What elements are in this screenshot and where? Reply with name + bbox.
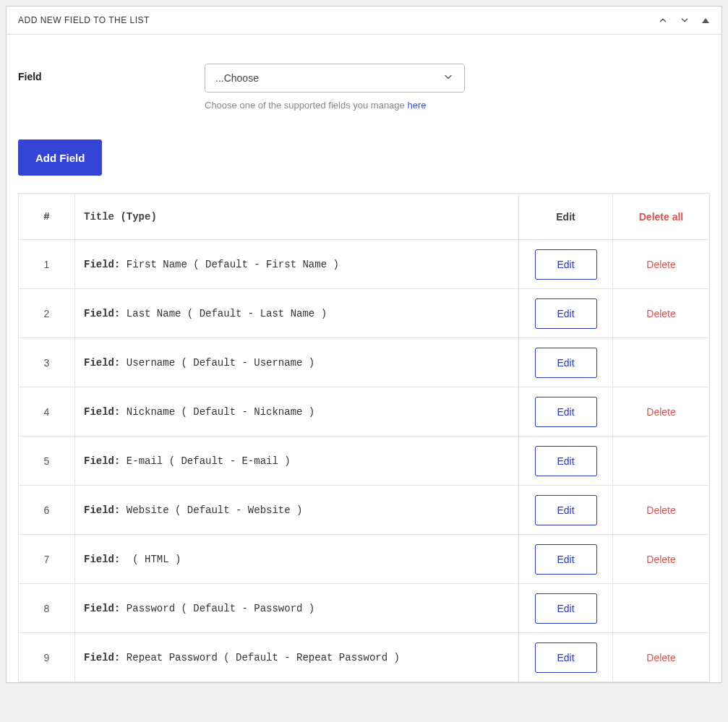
delete-link[interactable]: Delete (646, 554, 675, 565)
table-row: 5Field: E-mail ( Default - E-mail )Edit (19, 437, 710, 486)
row-num: 3 (19, 338, 75, 387)
field-prefix: Field: (84, 406, 120, 418)
field-form-row: Field ...Choose Choose one of the suppor… (18, 64, 710, 111)
row-edit-cell: Edit (519, 486, 613, 535)
row-num: 9 (19, 633, 75, 682)
field-prefix: Field: (84, 357, 120, 369)
edit-button[interactable]: Edit (535, 348, 597, 378)
table-row: 2Field: Last Name ( Default - Last Name … (19, 289, 710, 338)
field-value: E-mail ( Default - E-mail ) (120, 455, 290, 467)
table-row: 1Field: First Name ( Default - First Nam… (19, 240, 710, 289)
row-edit-cell: Edit (519, 584, 613, 633)
row-title: Field: Nickname ( Default - Nickname ) (75, 387, 519, 437)
edit-button[interactable]: Edit (535, 397, 597, 427)
row-num: 1 (19, 240, 75, 289)
chevron-up-icon[interactable] (658, 15, 668, 25)
table-row: 6Field: Website ( Default - Website )Edi… (19, 486, 710, 535)
row-edit-cell: Edit (519, 289, 613, 338)
col-header-delete: Delete all (613, 194, 710, 240)
field-value: Nickname ( Default - Nickname ) (120, 406, 314, 418)
field-value: ( HTML ) (120, 554, 181, 565)
delete-link[interactable]: Delete (646, 652, 675, 663)
field-help-text: Choose one of the supported fields you m… (205, 100, 465, 111)
svg-marker-0 (702, 18, 709, 23)
row-edit-cell: Edit (519, 535, 613, 584)
delete-link[interactable]: Delete (646, 406, 675, 418)
field-value: Last Name ( Default - Last Name ) (120, 308, 327, 319)
edit-button[interactable]: Edit (535, 544, 597, 575)
row-title: Field: E-mail ( Default - E-mail ) (75, 437, 519, 486)
col-header-num: # (19, 194, 75, 240)
col-header-edit: Edit (519, 194, 613, 240)
field-prefix: Field: (84, 554, 120, 565)
row-num: 6 (19, 486, 75, 535)
field-prefix: Field: (84, 603, 120, 614)
delete-link[interactable]: Delete (646, 259, 675, 270)
row-title: Field: Username ( Default - Username ) (75, 338, 519, 387)
field-prefix: Field: (84, 308, 120, 319)
chevron-down-icon (442, 72, 454, 85)
help-text-content: Choose one of the supported fields you m… (205, 100, 407, 111)
field-prefix: Field: (84, 259, 120, 270)
table-row: 3Field: Username ( Default - Username )E… (19, 338, 710, 387)
row-edit-cell: Edit (519, 387, 613, 437)
delete-all-link[interactable]: Delete all (639, 211, 683, 223)
add-field-button[interactable]: Add Field (18, 139, 102, 176)
row-title: Field: First Name ( Default - First Name… (75, 240, 519, 289)
chevron-down-icon[interactable] (680, 15, 690, 25)
row-edit-cell: Edit (519, 633, 613, 682)
field-value: First Name ( Default - First Name ) (120, 259, 338, 270)
field-value: Password ( Default - Password ) (120, 603, 314, 614)
row-delete-cell (613, 338, 710, 387)
row-delete-cell: Delete (613, 486, 710, 535)
row-num: 7 (19, 535, 75, 584)
row-num: 8 (19, 584, 75, 633)
row-title: Field: Password ( Default - Password ) (75, 584, 519, 633)
add-field-panel: ADD NEW FIELD TO THE LIST Field ...Choos… (6, 6, 722, 683)
collapse-icon[interactable] (701, 16, 710, 25)
table-row: 8Field: Password ( Default - Password )E… (19, 584, 710, 633)
edit-button[interactable]: Edit (535, 249, 597, 280)
field-select-value: ...Choose (215, 72, 259, 84)
panel-body: Field ...Choose Choose one of the suppor… (7, 35, 721, 682)
field-prefix: Field: (84, 504, 120, 516)
row-edit-cell: Edit (519, 437, 613, 486)
row-title: Field: Last Name ( Default - Last Name ) (75, 289, 519, 338)
table-header-row: # Title (Type) Edit Delete all (19, 194, 710, 240)
row-num: 2 (19, 289, 75, 338)
row-edit-cell: Edit (519, 240, 613, 289)
field-prefix: Field: (84, 652, 120, 663)
row-delete-cell: Delete (613, 535, 710, 584)
table-row: 7Field: ( HTML )EditDelete (19, 535, 710, 584)
panel-controls (658, 15, 710, 25)
edit-button[interactable]: Edit (535, 446, 597, 476)
delete-link[interactable]: Delete (646, 504, 675, 516)
field-select[interactable]: ...Choose (205, 64, 465, 93)
row-delete-cell: Delete (613, 289, 710, 338)
panel-header: ADD NEW FIELD TO THE LIST (7, 7, 721, 35)
field-value: Repeat Password ( Default - Repeat Passw… (120, 652, 399, 663)
edit-button[interactable]: Edit (535, 298, 597, 329)
row-delete-cell: Delete (613, 240, 710, 289)
row-delete-cell: Delete (613, 387, 710, 437)
fields-table: # Title (Type) Edit Delete all 1Field: F… (18, 193, 710, 682)
table-row: 4Field: Nickname ( Default - Nickname )E… (19, 387, 710, 437)
row-title: Field: Repeat Password ( Default - Repea… (75, 633, 519, 682)
row-num: 5 (19, 437, 75, 486)
help-link[interactable]: here (407, 100, 426, 111)
edit-button[interactable]: Edit (535, 593, 597, 624)
row-title: Field: ( HTML ) (75, 535, 519, 584)
col-header-title: Title (Type) (75, 194, 519, 240)
row-delete-cell (613, 437, 710, 486)
row-title: Field: Website ( Default - Website ) (75, 486, 519, 535)
edit-button[interactable]: Edit (535, 643, 597, 673)
field-value: Website ( Default - Website ) (120, 504, 302, 516)
delete-link[interactable]: Delete (646, 308, 675, 319)
panel-title: ADD NEW FIELD TO THE LIST (18, 15, 150, 25)
field-value: Username ( Default - Username ) (120, 357, 314, 369)
edit-button[interactable]: Edit (535, 495, 597, 525)
row-delete-cell: Delete (613, 633, 710, 682)
field-control-wrap: ...Choose Choose one of the supported fi… (205, 64, 465, 111)
row-num: 4 (19, 387, 75, 437)
field-prefix: Field: (84, 455, 120, 467)
